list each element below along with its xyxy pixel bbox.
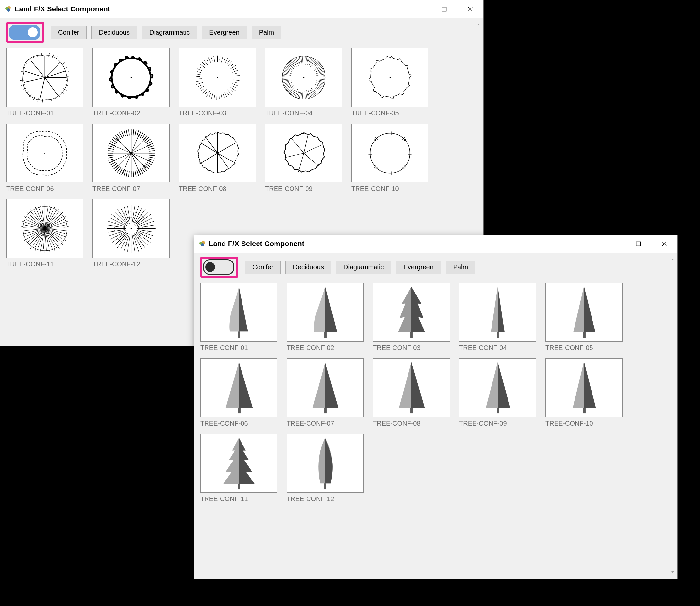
svg-line-25 bbox=[47, 99, 47, 102]
svg-line-73 bbox=[211, 93, 213, 99]
thumb-cell[interactable]: TREE-CONF-01 bbox=[200, 283, 277, 352]
svg-line-340 bbox=[29, 215, 45, 229]
svg-line-153 bbox=[290, 90, 294, 94]
svg-line-18 bbox=[66, 80, 70, 81]
svg-line-82 bbox=[196, 81, 200, 82]
svg-line-362 bbox=[40, 250, 40, 253]
thumb-cell[interactable]: TREE-CONF-04 bbox=[459, 283, 536, 352]
thumb-cell[interactable]: TREE-CONF-05 bbox=[545, 283, 623, 352]
thumb-label: TREE-CONF-02 bbox=[287, 344, 364, 352]
close-button[interactable] bbox=[651, 235, 677, 253]
svg-line-220 bbox=[149, 150, 155, 151]
svg-line-24 bbox=[51, 98, 52, 102]
svg-line-303 bbox=[45, 207, 51, 229]
svg-point-2 bbox=[7, 8, 10, 12]
svg-line-171 bbox=[284, 69, 289, 72]
category-row: Conifer Deciduous Diagrammatic Evergreen… bbox=[6, 22, 468, 43]
thumb-cell[interactable]: TREE-CONF-08 bbox=[373, 358, 450, 427]
thumb-cell[interactable]: TREE-CONF-05 bbox=[351, 48, 428, 117]
category-conifer[interactable]: Conifer bbox=[245, 260, 281, 274]
thumb-image bbox=[373, 358, 450, 417]
category-diagrammatic[interactable]: Diagrammatic bbox=[142, 26, 197, 39]
svg-line-113 bbox=[317, 67, 322, 70]
category-deciduous[interactable]: Deciduous bbox=[91, 26, 137, 39]
thumb-label: TREE-CONF-08 bbox=[373, 420, 450, 427]
thumb-cell[interactable]: TREE-CONF-10 bbox=[351, 123, 428, 192]
scrollbar[interactable] bbox=[668, 253, 677, 579]
category-evergreen[interactable]: Evergreen bbox=[202, 26, 247, 39]
svg-line-358 bbox=[58, 247, 60, 249]
thumb-cell[interactable]: TREE-CONF-03 bbox=[179, 48, 256, 117]
thumb-cell[interactable]: TREE-CONF-06 bbox=[6, 123, 83, 192]
svg-line-94 bbox=[211, 57, 212, 61]
category-palm[interactable]: Palm bbox=[446, 260, 476, 274]
svg-line-69 bbox=[220, 93, 222, 99]
category-palm[interactable]: Palm bbox=[252, 26, 282, 39]
thumb-cell[interactable]: TREE-CONF-07 bbox=[92, 123, 170, 192]
svg-line-120 bbox=[317, 77, 325, 77]
svg-line-262 bbox=[121, 132, 123, 137]
svg-line-249 bbox=[108, 157, 114, 158]
svg-line-167 bbox=[282, 75, 288, 76]
svg-line-210 bbox=[138, 132, 141, 137]
thumb-cell[interactable]: TREE-CONF-07 bbox=[287, 358, 364, 427]
thumb-cell[interactable]: TREE-CONF-02 bbox=[92, 48, 170, 117]
category-diagrammatic[interactable]: Diagrammatic bbox=[336, 260, 391, 274]
minimize-button[interactable] bbox=[599, 235, 625, 253]
svg-line-367 bbox=[22, 235, 24, 236]
titlebar[interactable]: Land F/X Select Component bbox=[0, 0, 483, 18]
minimize-button[interactable] bbox=[405, 0, 431, 18]
thumb-cell[interactable]: TREE-CONF-04 bbox=[265, 48, 342, 117]
view-mode-toggle[interactable] bbox=[203, 259, 234, 275]
svg-line-159 bbox=[284, 84, 290, 87]
thumb-cell[interactable]: TREE-CONF-01 bbox=[6, 48, 83, 117]
svg-line-33 bbox=[20, 80, 24, 80]
titlebar[interactable]: Land F/X Select Component bbox=[194, 235, 677, 253]
svg-line-347 bbox=[49, 205, 50, 207]
svg-line-26 bbox=[43, 99, 43, 102]
svg-point-421 bbox=[201, 243, 204, 247]
category-evergreen[interactable]: Evergreen bbox=[396, 260, 441, 274]
window-elevation-view: Land F/X Select Component Conifer Decidu… bbox=[194, 235, 678, 579]
svg-point-96 bbox=[303, 77, 304, 78]
svg-line-232 bbox=[138, 169, 141, 175]
thumb-cell[interactable]: TREE-CONF-11 bbox=[6, 199, 83, 268]
thumb-cell[interactable]: TREE-CONF-10 bbox=[545, 358, 623, 427]
thumb-cell[interactable]: TREE-CONF-12 bbox=[92, 199, 170, 268]
svg-line-192 bbox=[131, 138, 146, 153]
thumb-cell[interactable]: TREE-CONF-06 bbox=[200, 358, 277, 427]
svg-line-395 bbox=[133, 234, 139, 252]
svg-line-281 bbox=[291, 138, 304, 153]
thumb-cell[interactable]: TREE-CONF-02 bbox=[287, 283, 364, 352]
svg-line-225 bbox=[147, 160, 153, 162]
close-button[interactable] bbox=[457, 0, 483, 18]
thumb-cell[interactable]: TREE-CONF-03 bbox=[373, 283, 450, 352]
svg-line-269 bbox=[217, 153, 236, 163]
svg-line-350 bbox=[61, 212, 63, 214]
svg-line-93 bbox=[208, 57, 211, 63]
svg-line-378 bbox=[132, 206, 135, 222]
svg-line-239 bbox=[124, 170, 126, 176]
svg-line-278 bbox=[304, 153, 319, 166]
svg-line-61 bbox=[232, 83, 238, 86]
thumb-image bbox=[6, 48, 83, 107]
svg-line-15 bbox=[64, 67, 67, 68]
category-conifer[interactable]: Conifer bbox=[51, 26, 87, 39]
maximize-button[interactable] bbox=[625, 235, 651, 253]
thumb-cell[interactable]: TREE-CONF-09 bbox=[459, 358, 536, 427]
svg-line-71 bbox=[217, 93, 217, 100]
thumb-cell[interactable]: TREE-CONF-08 bbox=[179, 123, 256, 192]
window-title: Land F/X Select Component bbox=[209, 239, 304, 248]
thumb-image bbox=[200, 434, 277, 493]
thumb-cell[interactable]: TREE-CONF-09 bbox=[265, 123, 342, 192]
maximize-button[interactable] bbox=[431, 0, 457, 18]
view-mode-toggle[interactable] bbox=[9, 24, 40, 40]
thumb-cell[interactable]: TREE-CONF-11 bbox=[200, 434, 277, 503]
thumb-image bbox=[287, 358, 364, 417]
category-deciduous[interactable]: Deciduous bbox=[285, 260, 331, 274]
svg-line-121 bbox=[319, 78, 325, 78]
svg-line-385 bbox=[136, 221, 154, 227]
svg-line-47 bbox=[221, 56, 223, 62]
thumb-cell[interactable]: TREE-CONF-12 bbox=[287, 434, 364, 503]
svg-line-374 bbox=[34, 206, 36, 209]
